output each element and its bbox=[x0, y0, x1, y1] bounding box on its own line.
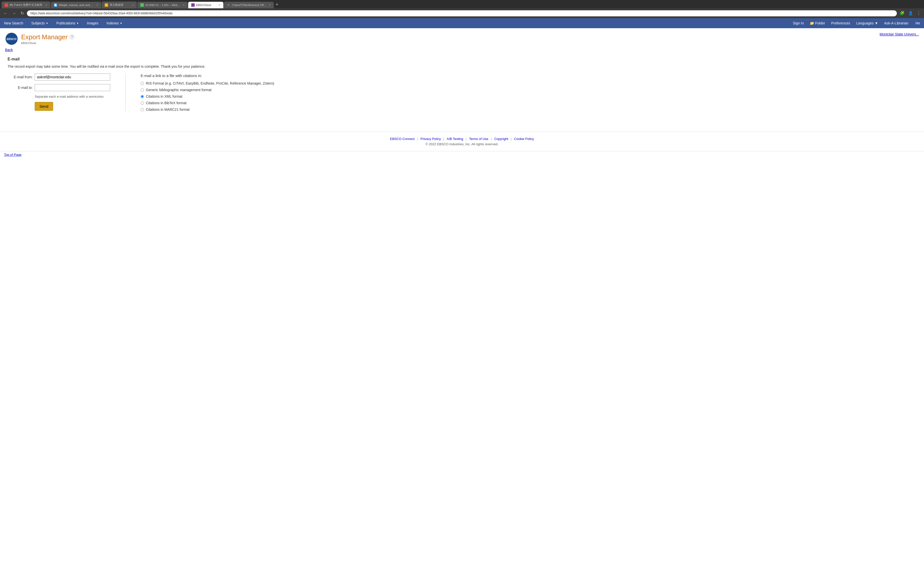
footer-link-terms-of-use[interactable]: Terms of Use bbox=[467, 137, 491, 141]
radio-xml[interactable] bbox=[141, 95, 144, 98]
tab-4[interactable]: 🟢 #2 AND #1 – 1,501 – Web o... × bbox=[138, 2, 188, 8]
footer-link-privacy-policy[interactable]: Privacy Policy bbox=[418, 137, 443, 141]
footer: EBSCO Connect | Privacy Policy | A/B Tes… bbox=[0, 132, 924, 151]
nav-preferences-label: Preferences bbox=[831, 21, 850, 25]
languages-arrow-icon: ▼ bbox=[875, 21, 878, 25]
radio-bibtex-label: Citations in BibTeX format bbox=[146, 101, 186, 105]
email-from-row: E-mail from: bbox=[8, 73, 110, 81]
radio-item-marc21[interactable]: Citations in MARC21 format bbox=[141, 107, 274, 112]
tab-4-favicon: 🟢 bbox=[140, 3, 144, 7]
tab-6-close[interactable]: × bbox=[269, 3, 271, 7]
nav-right-section: Sign In 📁 Folder Preferences Languages ▼… bbox=[790, 19, 924, 28]
nav-sign-in-label: Sign In bbox=[793, 21, 804, 25]
email-to-input[interactable] bbox=[35, 84, 110, 91]
radio-item-ris[interactable]: RIS Format (e.g. CITAVI, EasyBib, EndNot… bbox=[141, 81, 274, 85]
navigation-bar: New Search Subjects ▼ Publications ▼ Ima… bbox=[0, 18, 924, 28]
tab-2-favicon: 📄 bbox=[54, 3, 57, 7]
email-from-input[interactable] bbox=[35, 73, 110, 81]
nav-languages-label: Languages bbox=[856, 21, 874, 25]
nav-he-label: He bbox=[916, 21, 920, 25]
tab-1[interactable]: 🔖 My Future 免费中文文献库· × bbox=[2, 2, 50, 8]
subjects-arrow-icon: ▼ bbox=[46, 22, 48, 25]
new-tab-button[interactable]: + bbox=[274, 2, 280, 8]
email-to-label: E-mail to: bbox=[8, 86, 33, 89]
tab-5[interactable]: E EBSCOhost × bbox=[188, 2, 223, 8]
tab-1-title: My Future 免费中文文献库· bbox=[10, 3, 43, 7]
tab-4-close[interactable]: × bbox=[183, 3, 184, 7]
svg-text:EBSCO: EBSCO bbox=[6, 37, 16, 41]
refresh-button[interactable]: ↻ bbox=[19, 10, 26, 16]
footer-link-ab-testing[interactable]: A/B Testing bbox=[444, 137, 466, 141]
top-of-page-link[interactable]: Top of Page bbox=[4, 153, 21, 157]
back-browser-button[interactable]: ← bbox=[2, 10, 9, 16]
tab-1-close[interactable]: × bbox=[45, 3, 47, 7]
info-text: The record export may take some time. Yo… bbox=[8, 65, 295, 68]
tab-1-favicon: 🔖 bbox=[5, 3, 8, 7]
nav-publications[interactable]: Publications ▼ bbox=[52, 19, 83, 28]
radio-ris-label: RIS Format (e.g. CITAVI, EasyBib, EndNot… bbox=[146, 81, 274, 85]
tab-5-close[interactable]: × bbox=[218, 3, 220, 7]
radio-ris[interactable] bbox=[141, 82, 144, 85]
nav-he[interactable]: He bbox=[911, 19, 924, 28]
back-link[interactable]: Back bbox=[5, 48, 13, 52]
ebsco-host-label: EBSCOhost bbox=[21, 42, 74, 45]
hint-text: Separate each e-mail address with a semi… bbox=[35, 95, 110, 98]
tab-5-title: EBSCOhost bbox=[196, 3, 216, 6]
footer-link-ebsco-connect[interactable]: EBSCO Connect bbox=[388, 137, 417, 141]
nav-new-search[interactable]: New Search bbox=[0, 19, 27, 28]
tab-3[interactable]: ⭐ 英文数据库 × bbox=[102, 2, 137, 8]
nav-preferences[interactable]: Preferences bbox=[828, 19, 853, 28]
radio-bibtex[interactable] bbox=[141, 101, 144, 105]
forward-browser-button[interactable]: → bbox=[11, 10, 18, 16]
tab-6-favicon: E bbox=[227, 3, 230, 7]
radio-marc21[interactable] bbox=[141, 108, 144, 111]
nav-indexes-label: Indexes bbox=[107, 21, 119, 25]
tab-3-close[interactable]: × bbox=[132, 3, 134, 7]
tab-5-favicon: E bbox=[191, 3, 195, 7]
radio-item-xml[interactable]: Citations in XML format bbox=[141, 94, 274, 98]
nav-indexes[interactable]: Indexes ▼ bbox=[102, 19, 126, 28]
tab-2[interactable]: 📄 Weight, volume, and center... × bbox=[51, 2, 101, 8]
send-button[interactable]: Send bbox=[35, 102, 53, 111]
institution-link[interactable]: Montclair State Univers... bbox=[880, 32, 919, 36]
nav-publications-label: Publications bbox=[57, 21, 76, 25]
profile-icon[interactable]: 👤 bbox=[907, 10, 914, 16]
right-section-title: E-mail a link to a file with citations i… bbox=[141, 73, 274, 78]
section-email-label: E-mail bbox=[8, 57, 295, 62]
ebsco-logo: EBSCO bbox=[5, 32, 18, 45]
tab-3-title: 英文数据库 bbox=[110, 3, 129, 7]
nav-subjects-label: Subjects bbox=[31, 21, 45, 25]
footer-link-cookie-policy[interactable]: Cookie Policy bbox=[512, 137, 537, 141]
radio-item-bibtex[interactable]: Citations in BibTeX format bbox=[141, 101, 274, 105]
tab-6-title: ("stand"[Title/Abstract] OR... bbox=[232, 3, 266, 6]
nav-folder-label: Folder bbox=[815, 21, 825, 25]
radio-xml-label: Citations in XML format bbox=[146, 94, 182, 98]
nav-ask-librarian-label: Ask-A-Librarian bbox=[884, 21, 908, 25]
nav-folder[interactable]: 📁 Folder bbox=[807, 19, 828, 28]
settings-icon[interactable]: ⋮ bbox=[916, 10, 922, 16]
radio-generic[interactable] bbox=[141, 88, 144, 92]
radio-generic-label: Generic bibliographic management format bbox=[146, 88, 212, 92]
nav-sign-in[interactable]: Sign In bbox=[790, 19, 807, 28]
radio-item-generic[interactable]: Generic bibliographic management format bbox=[141, 88, 274, 92]
form-left: E-mail from: E-mail to: Separate each e-… bbox=[8, 73, 110, 112]
email-to-row: E-mail to: bbox=[8, 84, 110, 91]
address-input[interactable] bbox=[27, 10, 897, 16]
nav-subjects[interactable]: Subjects ▼ bbox=[27, 19, 52, 28]
tab-2-close[interactable]: × bbox=[96, 3, 98, 7]
nav-images[interactable]: Images bbox=[83, 19, 102, 28]
help-icon[interactable]: ? bbox=[70, 35, 74, 39]
footer-copyright: © 2022 EBSCO Industries, Inc. All rights… bbox=[5, 142, 919, 146]
tab-6[interactable]: E ("stand"[Title/Abstract] OR... × bbox=[224, 2, 274, 8]
tab-bar: 🔖 My Future 免费中文文献库· × 📄 Weight, volume,… bbox=[0, 0, 924, 8]
extensions-icon[interactable]: 🧩 bbox=[898, 10, 906, 16]
form-area: E-mail from: E-mail to: Separate each e-… bbox=[8, 73, 295, 112]
form-right: E-mail a link to a file with citations i… bbox=[141, 73, 274, 112]
footer-link-copyright[interactable]: Copyright bbox=[492, 137, 511, 141]
radio-group: RIS Format (e.g. CITAVI, EasyBib, EndNot… bbox=[141, 81, 274, 112]
toolbar-icons: 🧩 👤 ⋮ bbox=[898, 10, 922, 16]
form-divider bbox=[125, 73, 126, 112]
nav-new-search-label: New Search bbox=[4, 21, 23, 25]
nav-ask-librarian[interactable]: Ask-A-Librarian bbox=[881, 19, 911, 28]
nav-languages[interactable]: Languages ▼ bbox=[853, 19, 881, 28]
